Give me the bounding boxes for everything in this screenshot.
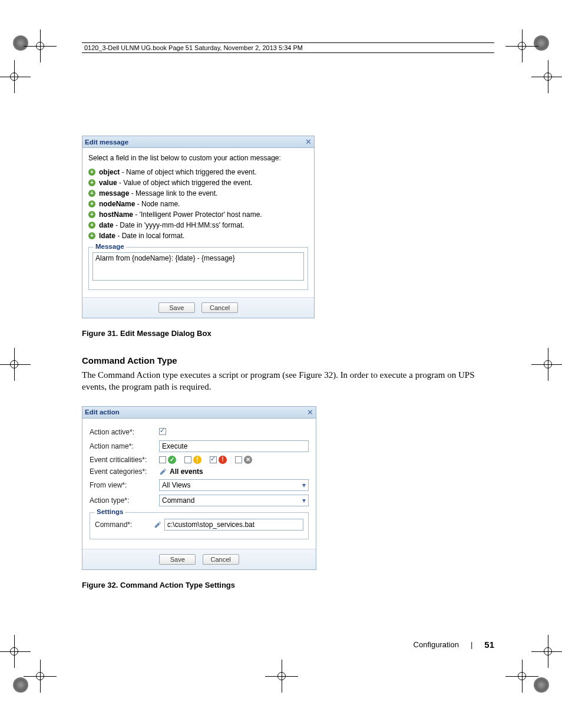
settings-legend: Settings [95,508,125,515]
registration-mark [34,40,46,52]
label-action-type: Action type*: [90,496,159,505]
registration-mark [516,670,528,682]
action-name-input[interactable] [159,440,309,452]
footer-section: Configuration [414,640,459,649]
label-event-crit: Event criticalities*: [90,456,159,464]
status-critical-icon: ! [219,456,227,464]
registration-mark [542,358,554,370]
registration-mark [542,645,554,657]
registration-mark [8,71,20,83]
crop-ornament [13,677,28,693]
save-button[interactable]: Save [159,554,196,565]
status-unknown-icon: ✕ [244,456,252,464]
command-input[interactable] [164,519,303,531]
figure-caption-31: Figure 31. Edit Message Dialog Box [82,329,494,338]
dialog-footer: Save Cancel [82,297,314,318]
add-icon: + [88,190,95,197]
crop-ornament [534,35,549,51]
edit-icon[interactable] [154,521,162,529]
event-categories-value: All events [170,467,203,476]
crit-warning-checkbox[interactable] [184,456,191,463]
field-option-object[interactable]: + object - Name of object which triggere… [88,168,308,176]
label-action-active: Action active*: [90,428,159,436]
message-legend: Message [94,243,126,250]
crop-ornament [534,677,549,693]
add-icon: + [88,169,95,176]
registration-mark [276,670,287,682]
message-textarea[interactable] [92,252,304,281]
cancel-button[interactable]: Cancel [201,302,238,313]
field-option-nodename[interactable]: + nodeName - Node name. [88,200,308,208]
field-option-date[interactable]: + date - Date in 'yyyy-mm-dd HH:MM:ss' f… [88,221,308,229]
label-from-view: From view*: [90,481,159,489]
chevron-down-icon: ▾ [302,482,306,489]
crit-unknown-checkbox[interactable] [235,456,242,463]
field-option-ldate[interactable]: + ldate - Date in local format. [88,232,308,240]
status-normal-icon: ✓ [168,456,176,464]
cancel-button[interactable]: Cancel [203,554,239,565]
figure-caption-32: Figure 32. Command Action Type Settings [82,581,494,589]
save-button[interactable]: Save [158,302,195,313]
add-icon: + [88,232,95,239]
action-active-checkbox[interactable] [159,428,166,435]
add-icon: + [88,179,95,186]
chevron-down-icon: ▾ [302,497,306,504]
close-icon[interactable]: ✕ [305,138,312,146]
dialog-title: Edit message [85,139,128,146]
action-type-value: Command [162,496,194,505]
book-header-line: 0120_3-Dell ULNM UG.book Page 51 Saturda… [82,42,494,53]
dialog-instruction: Select a field in the list below to cust… [88,154,308,162]
add-icon: + [88,211,95,218]
registration-mark [8,645,20,657]
dialog-footer: Save Cancel [82,549,316,569]
crit-normal-checkbox[interactable] [159,456,166,463]
footer-separator: | [471,640,472,649]
section-heading: Command Action Type [82,355,494,365]
edit-action-dialog: Edit action ✕ Action active*: Action nam… [82,406,316,570]
from-view-value: All Views [162,481,190,489]
field-option-hostname[interactable]: + hostName - 'Intelligent Power Protecto… [88,210,308,219]
settings-fieldset: Settings Command*: [90,512,309,539]
dialog-titlebar: Edit message ✕ [82,136,314,148]
dialog-titlebar: Edit action ✕ [82,407,316,419]
label-event-cat: Event categories*: [90,467,159,476]
registration-mark [8,358,20,370]
field-option-message[interactable]: + message - Message link to the event. [88,189,308,197]
page-footer: Configuration | 51 [82,640,494,650]
label-action-name: Action name*: [90,442,159,450]
action-type-select[interactable]: Command ▾ [159,495,309,506]
page-content: 0120_3-Dell ULNM UG.book Page 51 Saturda… [82,42,494,650]
add-icon: + [88,200,95,207]
message-fieldset: Message [88,247,308,290]
page-number: 51 [484,640,494,650]
label-command: Command*: [95,521,154,529]
body-paragraph: The Command Action type executes a scrip… [82,369,494,393]
from-view-select[interactable]: All Views ▾ [159,479,309,491]
add-icon: + [88,222,95,229]
dialog-title: Edit action [85,409,120,416]
crit-critical-checkbox[interactable] [210,456,217,463]
status-warning-icon: ! [193,456,201,464]
registration-mark [516,40,528,52]
field-option-value[interactable]: + value - Value of object which triggere… [88,179,308,187]
edit-message-dialog: Edit message ✕ Select a field in the lis… [82,136,315,318]
crop-ornament [13,35,28,51]
close-icon[interactable]: ✕ [307,409,313,416]
edit-icon[interactable] [159,467,167,476]
registration-mark [34,670,46,682]
registration-mark [542,71,554,83]
